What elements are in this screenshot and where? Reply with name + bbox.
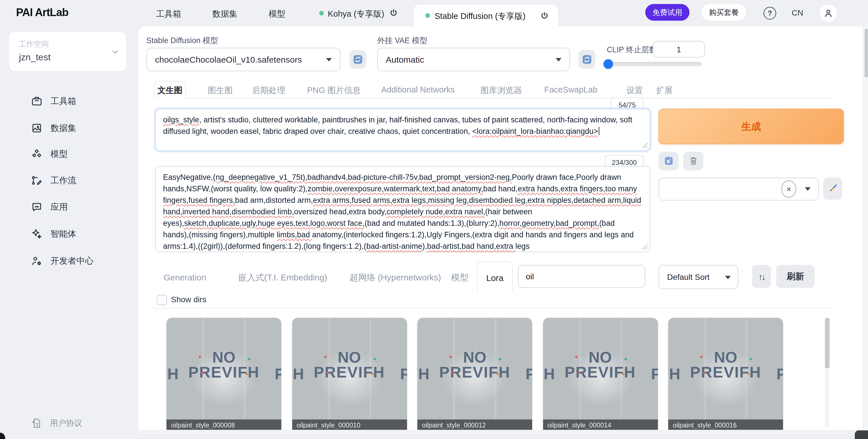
nav-toolbox[interactable]: 工具箱 [156,9,181,20]
sidebar-item-user-agreement[interactable]: 用户协议 [31,418,82,429]
refresh-cards-button[interactable]: 刷新 [776,265,815,288]
tab-hypernetworks[interactable]: 超网络 (Hypernetworks) [350,272,441,283]
prompt-text: oilgs_style, artist's studio, cluttered … [163,116,632,136]
trash-icon-button[interactable] [683,152,703,170]
lora-card-preview: NO PREVIFH FH PI [668,318,783,419]
tab-checkpoints[interactable]: 模型 [451,272,468,283]
sidebar-item-datasets[interactable]: 数据集 [31,122,76,134]
clip-skip-slider-thumb[interactable] [603,59,613,69]
nav-tab-stable-diffusion[interactable]: Stable Diffusion (专享版) [414,5,558,26]
tab-lora[interactable]: Lora [477,261,513,292]
no-preview-text: NO PREVIFH [417,350,532,380]
lora-card-grid: NO PREVIFH FH PI oilpaint_style_000008 N… [153,309,830,430]
sidebar-item-developer-center[interactable]: 开发者中心 [31,255,94,267]
lora-card[interactable]: NO PREVIFH FH PI oilpaint_style_000012 [417,318,532,430]
page-scrollbar[interactable] [863,26,868,439]
speck [703,372,705,374]
speck [452,372,454,374]
clip-skip-slider[interactable] [608,62,702,66]
preview-fragment-right: PI [275,365,281,383]
tab-settings[interactable]: 设置 [626,85,643,96]
speck [575,356,577,358]
speck [622,373,624,375]
caret-down-icon [556,58,561,61]
style-dropdown[interactable]: × [658,178,818,201]
sd-model-dropdown[interactable]: chocolaeChocolaeOil_v10.safetensors [146,48,340,71]
tab-png-info[interactable]: PNG 图片信息 [307,85,361,96]
app: PAI ArtLab 工具箱 数据集 模型 Kohya (专享版) Stable… [0,0,868,439]
lora-card[interactable]: NO PREVIFH FH PI oilpaint_style_000008 [166,318,281,430]
floating-widget-corner[interactable] [855,430,868,439]
negative-text: EasyNegative,(ng_deepnegative_v1_75t),ba… [163,173,641,251]
nav-datasets[interactable]: 数据集 [212,9,237,20]
paintbrush-button[interactable] [823,178,842,199]
tab-underline [185,98,830,98]
lora-card[interactable]: NO PREVIFH FH PI oilpaint_style_000010 [292,318,407,430]
preview-fragment-right: PI [526,365,532,383]
person-gear-icon [31,255,42,267]
chat-image-icon [31,201,42,213]
speck [324,356,327,358]
paste-params-button[interactable] [658,152,679,170]
tab-faceswaplab[interactable]: FaceSwapLab [544,85,597,94]
user-avatar[interactable] [820,5,837,22]
sidebar-item-models[interactable]: 模型 [31,148,68,160]
lora-card-preview: NO PREVIFH FH PI [543,318,658,419]
sd-power-icon[interactable] [540,11,549,20]
chevron-down-icon[interactable] [111,48,119,56]
nav-models[interactable]: 模型 [269,9,285,20]
preview-fragment-left: FH [417,365,429,383]
tab-img2img[interactable]: 图生图 [208,85,233,96]
speck [373,358,376,360]
sidebar-item-label: 工作流 [51,175,76,186]
kohya-power-icon[interactable] [389,9,398,17]
tab-generation[interactable]: Generation [164,272,206,282]
lora-card[interactable]: NO PREVIFH FH PI oilpaint_style_000016 [668,318,783,430]
grid-scrollbar[interactable] [825,318,830,428]
sidebar-item-workflow[interactable]: 工作流 [31,175,76,186]
no-preview-text: NO PREVIFH [292,350,407,380]
vae-model-dropdown[interactable]: Automatic [377,48,570,71]
sort-dropdown[interactable]: Default Sort [658,265,738,289]
workspace-card[interactable]: 工作空间 jzn_test [9,32,126,71]
tab-gallery-browser[interactable]: 图库浏览器 [480,85,522,96]
sidebar-item-apps[interactable]: 应用 [31,201,68,213]
clear-icon[interactable]: × [781,180,796,198]
tab-txt2img[interactable]: 文生图 [154,81,186,99]
tab-extensions[interactable]: 扩展 [656,85,673,96]
grid-scrollbar-thumb[interactable] [825,318,830,368]
lora-search-input[interactable] [518,265,645,288]
free-trial-button[interactable]: 免费试用 [645,4,689,21]
nav-kohya[interactable]: Kohya (专享版) [328,9,384,20]
speck [450,356,452,358]
buy-plan-button[interactable]: 购买套餐 [702,4,746,21]
prompt-textarea[interactable]: oilgs_style, artist's studio, cluttered … [155,109,650,151]
sort-direction-button[interactable]: ↑↓ [752,265,771,288]
generate-button[interactable]: 生成 [658,109,844,144]
speck [701,356,703,358]
sd-model-label: Stable Diffusion 模型 [146,36,218,46]
no-preview-text: NO PREVIFH [668,350,783,380]
clip-skip-input[interactable] [653,41,705,57]
language-toggle[interactable]: CN [792,8,803,17]
nav-tab-label: Stable Diffusion (专享版) [435,11,526,22]
document-icon [31,418,42,429]
page-scrollbar-thumb[interactable] [864,29,868,78]
preview-fragment-left: FH [668,365,680,383]
caret-down-icon [326,58,332,61]
sd-model-refresh-button[interactable] [350,50,366,68]
show-dirs-checkbox[interactable] [157,295,167,305]
card-label: oilpaint_style_000010 [292,419,407,429]
help-icon[interactable]: ? [764,7,776,20]
tab-ti-embedding[interactable]: 嵌入式(T.I. Embedding) [238,272,327,283]
sidebar-item-toolbox[interactable]: 工具箱 [31,95,76,107]
lora-card[interactable]: NO PREVIFH FH PI oilpaint_style_000014 [543,318,658,430]
tab-extras[interactable]: 后期处理 [252,85,285,96]
vae-refresh-button[interactable] [579,50,595,68]
speck [750,358,752,360]
caret-down-icon [805,187,811,191]
negative-prompt-textarea[interactable]: EasyNegative,(ng_deepnegative_v1_75t),ba… [155,166,650,252]
sidebar-item-agents[interactable]: 智能体 [31,228,76,240]
floating-widget-left[interactable] [0,433,5,439]
tab-additional-networks[interactable]: Additional Networks [381,85,455,94]
